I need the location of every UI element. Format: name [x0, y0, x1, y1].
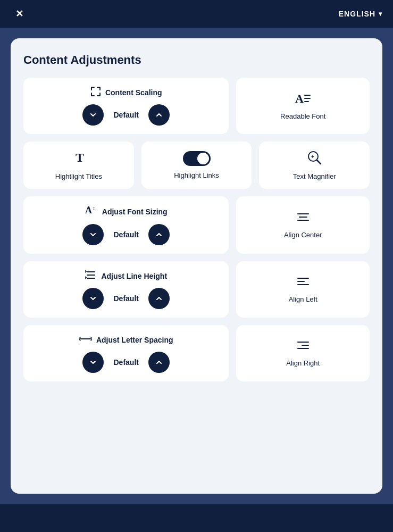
- highlight-titles-icon: T: [72, 150, 85, 167]
- adjust-letter-spacing-header: Adjust Letter Spacing: [79, 334, 173, 346]
- svg-text:A: A: [85, 205, 92, 215]
- line-height-down-button[interactable]: [82, 288, 104, 309]
- toggle-thumb: [197, 153, 209, 164]
- letter-spacing-up-button[interactable]: [148, 352, 170, 373]
- align-left-card[interactable]: Align Left: [236, 261, 370, 318]
- row-5: Adjust Letter Spacing Default: [23, 325, 370, 381]
- adjust-font-sizing-card[interactable]: A ↕ Adjust Font Sizing Default: [23, 196, 229, 254]
- text-magnifier-icon: +: [307, 150, 322, 167]
- svg-text:A: A: [295, 92, 304, 105]
- language-selector[interactable]: ENGLISH ▾: [339, 10, 382, 18]
- font-sizing-stepper: Default: [30, 224, 222, 245]
- align-center-card[interactable]: Align Center: [236, 196, 370, 254]
- content-scaling-card[interactable]: Content Scaling Default: [23, 78, 229, 134]
- toggle-track[interactable]: [183, 151, 211, 166]
- align-left-label: Align Left: [289, 295, 317, 303]
- content-scaling-header: Content Scaling: [90, 86, 162, 99]
- content-scaling-down-button[interactable]: [82, 104, 104, 126]
- highlight-links-toggle[interactable]: [183, 151, 211, 166]
- line-height-up-button[interactable]: [148, 288, 170, 309]
- readable-font-card[interactable]: A Readable Font: [236, 78, 370, 134]
- adjust-line-height-header: Adjust Line Height: [85, 270, 167, 282]
- font-sizing-up-button[interactable]: [148, 224, 170, 245]
- row-1: Content Scaling Default A: [23, 78, 370, 134]
- line-height-stepper: Default: [30, 288, 222, 309]
- font-sizing-value: Default: [110, 230, 142, 239]
- align-left-icon: [296, 276, 311, 290]
- adjust-line-height-card[interactable]: Adjust Line Height Default: [23, 261, 229, 318]
- cards-grid: Content Scaling Default A: [23, 78, 370, 381]
- content-scaling-label: Content Scaling: [105, 88, 162, 97]
- panel-title: Content Adjustments: [23, 53, 370, 67]
- close-button[interactable]: ✕: [11, 5, 28, 22]
- adjust-letter-spacing-card[interactable]: Adjust Letter Spacing Default: [23, 325, 229, 381]
- line-height-value: Default: [110, 294, 142, 303]
- readable-font-icon: A: [295, 92, 311, 107]
- align-right-card[interactable]: Align Right: [236, 325, 370, 381]
- align-center-label: Align Center: [284, 231, 322, 239]
- svg-text:T: T: [76, 151, 84, 164]
- text-magnifier-label: Text Magnifier: [293, 172, 336, 180]
- row-4: Adjust Line Height Default: [23, 261, 370, 318]
- svg-text:+: +: [311, 154, 314, 160]
- adjust-font-sizing-icon: A ↕: [85, 205, 98, 219]
- highlight-titles-card[interactable]: T Hightlight Titles: [23, 142, 134, 189]
- readable-font-label: Readable Font: [280, 112, 325, 120]
- main-panel: Content Adjustments Content Scaling: [11, 38, 382, 494]
- text-magnifier-card[interactable]: + Text Magnifier: [259, 142, 370, 189]
- highlight-links-card[interactable]: Highlight Links: [141, 142, 252, 189]
- adjust-letter-spacing-label: Adjust Letter Spacing: [96, 336, 173, 344]
- letter-spacing-down-button[interactable]: [82, 352, 104, 373]
- adjust-font-sizing-header: A ↕ Adjust Font Sizing: [85, 205, 168, 219]
- adjust-line-height-label: Adjust Line Height: [101, 272, 167, 280]
- bottom-bar: [0, 504, 393, 532]
- row-2: T Hightlight Titles Highlight Links: [23, 142, 370, 189]
- highlight-titles-label: Hightlight Titles: [55, 172, 102, 180]
- align-center-icon: [296, 212, 311, 226]
- adjust-font-sizing-label: Adjust Font Sizing: [102, 207, 168, 216]
- highlight-links-label: Highlight Links: [174, 171, 219, 179]
- adjust-letter-spacing-icon: [79, 334, 92, 346]
- letter-spacing-value: Default: [110, 358, 142, 367]
- chevron-down-icon: ▾: [379, 10, 382, 18]
- align-right-icon: [296, 340, 311, 354]
- adjust-line-height-icon: [85, 270, 97, 282]
- align-right-label: Align Right: [286, 359, 320, 367]
- row-3: A ↕ Adjust Font Sizing Default: [23, 196, 370, 254]
- font-sizing-down-button[interactable]: [82, 224, 104, 245]
- content-scaling-stepper: Default: [30, 104, 222, 126]
- letter-spacing-stepper: Default: [30, 352, 222, 373]
- content-scaling-up-button[interactable]: [148, 104, 170, 126]
- content-scaling-icon: [90, 86, 101, 99]
- top-bar: ✕ ENGLISH ▾: [0, 0, 393, 28]
- language-label: ENGLISH: [339, 10, 375, 18]
- content-scaling-value: Default: [110, 111, 142, 119]
- svg-line-6: [317, 160, 321, 164]
- svg-text:↕: ↕: [93, 205, 95, 211]
